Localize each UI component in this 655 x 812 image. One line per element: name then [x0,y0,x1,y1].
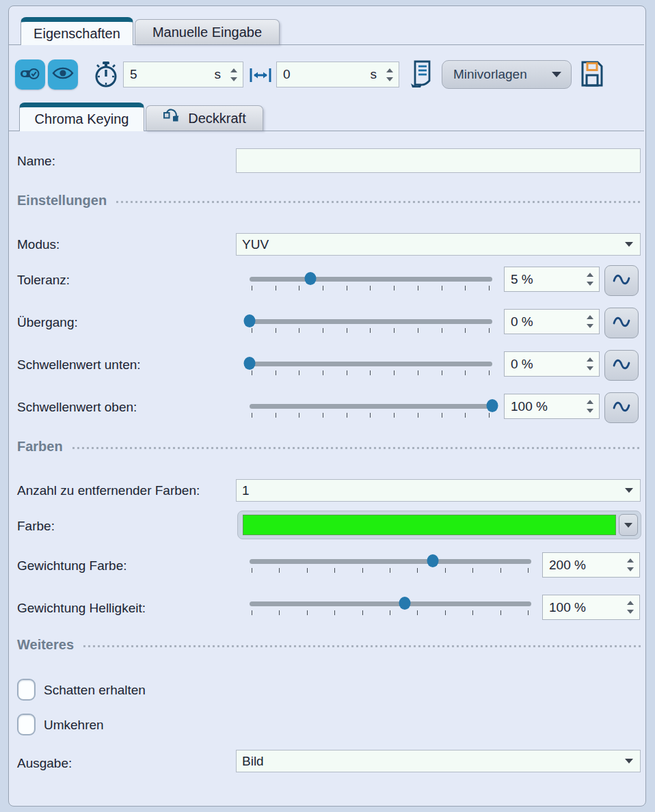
gewichtung-helligkeit-slider[interactable] [250,597,531,617]
gewichtung-farbe-slider[interactable] [250,555,531,574]
schwellenwert-unten-valuebox[interactable]: 0 % [504,351,600,377]
slider-track[interactable] [250,559,531,564]
schwellenwert-oben-spinners[interactable] [587,400,593,413]
slider-thumb[interactable] [244,314,256,327]
gewichtung-farbe-spinners[interactable] [627,558,634,571]
schwellenwert-unten-value: 0 % [511,357,533,372]
uebergang-slider[interactable] [250,315,492,334]
uebergang-label: Übergang: [17,315,78,330]
chevron-down-icon [625,242,633,247]
toleranz-valuebox[interactable]: 5 % [504,267,600,292]
schatten-erhalten-checkbox[interactable] [17,679,36,701]
spin-up-icon[interactable] [587,315,593,319]
gewichtung-farbe-label: Gewichtung Farbe: [17,558,127,573]
uebergang-valuebox[interactable]: 0 % [504,309,600,334]
section-weiteres: Weiteres [17,637,641,653]
farbe-dropdown-button[interactable] [619,514,638,536]
templates-dropdown-label: Minivorlagen [453,67,527,82]
gewichtung-helligkeit-valuebox[interactable]: 100 % [542,595,640,620]
farbe-picker-button[interactable] [237,511,641,539]
chevron-down-icon [552,72,561,77]
tab-chroma-keying[interactable]: Chroma Keying [19,103,144,131]
umkehren-label[interactable]: Umkehren [44,718,104,733]
slider-thumb[interactable] [244,357,256,370]
slider-ticks [252,568,529,573]
anzahl-farben-dropdown[interactable]: 1 [236,479,641,502]
schatten-erhalten-label[interactable]: Schatten erhalten [44,683,146,698]
schwellenwert-unten-spinners[interactable] [587,357,593,370]
slider-thumb[interactable] [427,554,438,567]
length-arrows-icon [248,66,273,87]
anzahl-farben-label: Anzahl zu entfernender Farben: [17,483,200,498]
save-floppy-icon[interactable] [578,59,606,92]
slider-track[interactable] [250,601,531,606]
spin-up-icon[interactable] [587,400,593,404]
slider-track[interactable] [250,362,492,366]
section-dotted-line [72,447,641,449]
name-input[interactable] [236,148,641,173]
spin-down-icon[interactable] [587,324,593,328]
ausgabe-dropdown[interactable]: Bild [236,750,641,772]
offset-time-spinners[interactable] [386,68,393,81]
spin-down-icon[interactable] [587,282,593,286]
gewichtung-farbe-valuebox[interactable]: 200 % [542,552,640,578]
modus-dropdown[interactable]: YUV [236,233,641,256]
animation-curve-icon [611,313,632,334]
tab-manuelle-eingabe[interactable]: Manuelle Eingabe [135,19,280,44]
slider-thumb[interactable] [399,597,410,610]
spin-down-icon[interactable] [627,567,634,571]
uebergang-spinners[interactable] [587,315,593,328]
tab-deckkraft[interactable]: Deckkraft [146,105,263,131]
offset-time-value: 0 [283,67,371,82]
schwellenwert-oben-slider[interactable] [250,400,492,419]
section-farben: Farben [17,439,641,455]
templates-dropdown[interactable]: Minivorlagen [442,60,572,89]
schwellenwert-oben-curve-button[interactable] [604,392,639,423]
tab-label: Eigenschaften [34,26,120,42]
effect-enable-button[interactable] [15,59,45,90]
effect-time-spinbox[interactable]: 5 s [123,62,243,87]
uebergang-curve-button[interactable] [604,308,639,338]
spin-down-icon[interactable] [587,409,593,413]
slider-thumb[interactable] [487,399,498,412]
spin-up-icon[interactable] [627,601,634,605]
toleranz-curve-button[interactable] [604,265,639,296]
slider-track[interactable] [250,404,492,409]
umkehren-checkbox[interactable] [17,714,36,735]
schwellenwert-oben-valuebox[interactable]: 100 % [504,394,600,419]
spin-down-icon[interactable] [627,610,634,614]
slider-track[interactable] [250,277,492,282]
spin-down-icon[interactable] [230,77,237,81]
schwellenwert-unten-slider[interactable] [250,357,492,377]
color-swatch[interactable] [243,515,616,535]
modus-value: YUV [242,237,269,252]
gewichtung-helligkeit-label: Gewichtung Helligkeit: [17,601,146,616]
slider-thumb[interactable] [304,272,316,285]
gewichtung-helligkeit-value: 100 % [549,600,586,615]
spin-up-icon[interactable] [230,68,237,72]
offset-time-unit: s [371,67,377,82]
keyframe-animation-icon [163,107,182,130]
schwellenwert-oben-value: 100 % [511,399,548,414]
spin-down-icon[interactable] [386,77,393,81]
toleranz-slider[interactable] [250,273,492,292]
schwellenwert-unten-curve-button[interactable] [604,350,639,381]
offset-time-spinbox[interactable]: 0 s [276,62,399,87]
spin-up-icon[interactable] [587,357,593,362]
spin-up-icon[interactable] [587,273,593,277]
script-document-icon[interactable] [407,58,435,92]
schwellenwert-oben-label: Schwellenwert oben: [17,400,137,415]
effect-time-value: 5 [130,67,215,82]
spin-up-icon[interactable] [627,558,634,563]
slider-track[interactable] [250,319,492,324]
stopwatch-icon [93,61,119,91]
toleranz-spinners[interactable] [587,273,593,286]
spin-up-icon[interactable] [386,68,393,72]
preview-button[interactable] [48,59,78,90]
spin-down-icon[interactable] [587,366,593,370]
gewichtung-helligkeit-spinners[interactable] [627,601,634,614]
farbe-label: Farbe: [17,519,55,534]
effect-time-spinners[interactable] [230,68,237,81]
tab-label: Chroma Keying [35,111,129,127]
tab-eigenschaften[interactable]: Eigenschaften [21,17,133,45]
